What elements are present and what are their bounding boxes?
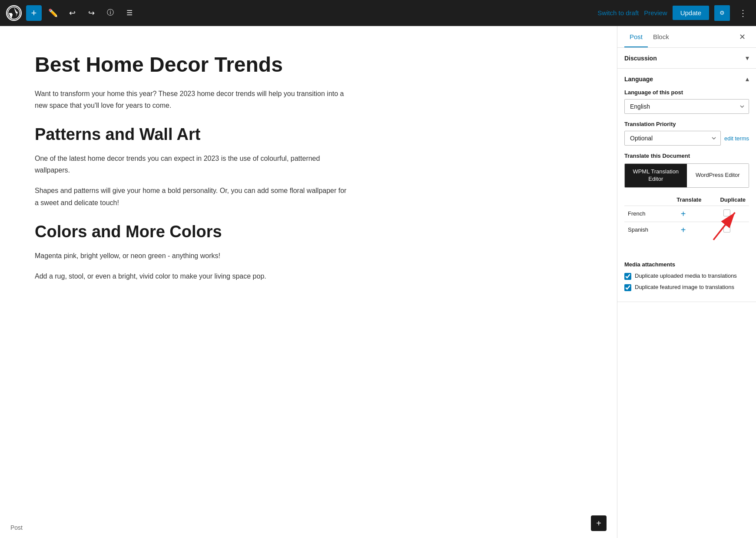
preview-button[interactable]: Preview	[644, 9, 667, 17]
language-section: Language ▴ Language of this post English…	[617, 69, 756, 302]
sidebar: Post Block ✕ Discussion ▾ Language ▴ Lan…	[617, 26, 756, 538]
edit-icon[interactable]: ✏️	[45, 5, 61, 21]
discussion-section: Discussion ▾	[617, 48, 756, 69]
discussion-label: Discussion	[624, 55, 657, 62]
wp-logo[interactable]	[5, 4, 23, 22]
duplicate-media-row: Duplicate uploaded media to translations	[624, 272, 749, 280]
spanish-translate-cell: +	[662, 222, 705, 238]
settings-button[interactable]: ⚙	[714, 5, 730, 21]
list-view-icon[interactable]: ☰	[122, 5, 137, 21]
topbar: + ✏️ ↩ ↪ ⓘ ☰ Switch to draft Preview Upd…	[0, 0, 756, 26]
language-label: Language	[624, 76, 653, 83]
paragraph-1[interactable]: Want to transform your home this year? T…	[35, 88, 348, 111]
language-select[interactable]: English	[624, 99, 749, 114]
duplicate-col-header: Duplicate	[705, 194, 749, 206]
discussion-header[interactable]: Discussion ▾	[617, 48, 756, 68]
french-label: French	[624, 206, 662, 222]
media-attachments-label: Media attachments	[624, 261, 749, 268]
translate-doc-label: Translate this Document	[624, 153, 749, 159]
info-icon[interactable]: ⓘ	[103, 5, 118, 21]
post-status: Post	[10, 524, 23, 531]
paragraph-5[interactable]: Add a rug, stool, or even a bright, vivi…	[35, 270, 348, 282]
priority-row: Optional edit terms	[624, 131, 749, 146]
tab-post[interactable]: Post	[624, 26, 648, 47]
language-content: Language of this post English Translatio…	[617, 89, 756, 302]
editor-toggle: WPML Translation Editor WordPress Editor	[624, 163, 749, 188]
language-of-post-label: Language of this post	[624, 89, 749, 96]
french-translate-plus[interactable]: +	[681, 209, 686, 219]
chevron-up-icon: ▴	[746, 75, 749, 83]
spanish-translate-plus[interactable]: +	[681, 225, 686, 235]
tab-block[interactable]: Block	[648, 26, 674, 47]
red-arrow-icon	[706, 205, 745, 244]
duplicate-featured-checkbox[interactable]	[624, 284, 631, 291]
edit-terms-link[interactable]: edit terms	[724, 135, 749, 142]
translate-col-header: Translate	[662, 194, 705, 206]
post-title[interactable]: Best Home Decor Trends	[35, 52, 582, 77]
more-options-button[interactable]: ⋮	[735, 5, 751, 21]
paragraph-2[interactable]: One of the latest home decor trends you …	[35, 153, 348, 176]
svg-line-2	[713, 213, 735, 240]
undo-button[interactable]: ↩	[64, 5, 80, 21]
arrow-annotation	[624, 239, 749, 261]
add-block-bottom-button[interactable]: +	[591, 515, 607, 531]
redo-button[interactable]: ↪	[83, 5, 99, 21]
lang-col-header	[624, 194, 662, 206]
duplicate-media-label: Duplicate uploaded media to translations	[635, 272, 737, 280]
spanish-label: Spanish	[624, 222, 662, 238]
priority-select[interactable]: Optional	[624, 131, 721, 146]
main-layout: Best Home Decor Trends Want to transform…	[0, 26, 756, 538]
switch-to-draft-button[interactable]: Switch to draft	[597, 9, 639, 17]
chevron-down-icon: ▾	[746, 54, 749, 62]
duplicate-featured-label: Duplicate featured image to translations	[635, 283, 734, 291]
editor-area: Best Home Decor Trends Want to transform…	[0, 26, 617, 538]
translation-priority-label: Translation Priority	[624, 121, 749, 127]
language-header[interactable]: Language ▴	[617, 69, 756, 89]
heading-3[interactable]: Colors and More Colors	[35, 223, 582, 241]
wpml-editor-button[interactable]: WPML Translation Editor	[625, 164, 687, 187]
paragraph-3[interactable]: Shapes and patterns will give your home …	[35, 185, 348, 208]
add-block-button[interactable]: +	[26, 5, 42, 21]
duplicate-media-checkbox[interactable]	[624, 273, 631, 280]
paragraph-4[interactable]: Magenta pink, bright yellow, or neon gre…	[35, 250, 348, 262]
duplicate-featured-row: Duplicate featured image to translations	[624, 283, 749, 291]
close-sidebar-button[interactable]: ✕	[736, 29, 749, 45]
sidebar-tabs: Post Block ✕	[617, 26, 756, 48]
update-button[interactable]: Update	[673, 6, 709, 20]
heading-2[interactable]: Patterns and Wall Art	[35, 125, 582, 144]
gear-icon: ⚙	[720, 10, 725, 16]
french-translate-cell: +	[662, 206, 705, 222]
wp-editor-button[interactable]: WordPress Editor	[687, 164, 749, 187]
topbar-right: Switch to draft Preview Update ⚙ ⋮	[597, 5, 751, 21]
